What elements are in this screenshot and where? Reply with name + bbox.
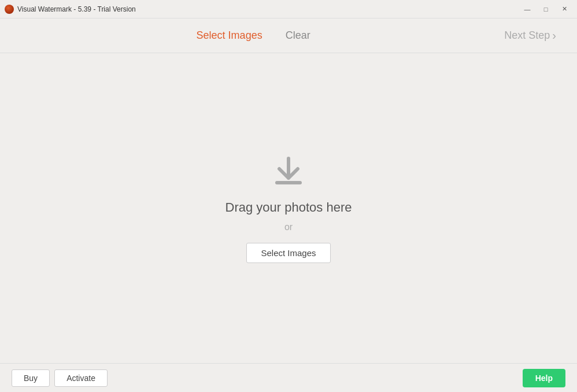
chevron-right-icon: ›	[552, 29, 556, 42]
buy-button[interactable]: Buy	[12, 369, 50, 387]
or-text: or	[284, 222, 293, 232]
title-bar: Visual Watermark - 5.39 - Trial Version …	[0, 0, 577, 19]
help-button[interactable]: Help	[523, 369, 565, 387]
app-icon	[5, 5, 14, 14]
close-button[interactable]: ✕	[556, 3, 572, 15]
footer: Buy Activate Help	[0, 363, 577, 392]
select-images-center-button[interactable]: Select Images	[246, 243, 330, 263]
clear-button[interactable]: Clear	[276, 25, 320, 46]
toolbar: Select Images Clear Next Step ›	[0, 19, 577, 53]
toolbar-left: Select Images Clear	[12, 25, 495, 46]
activate-button[interactable]: Activate	[54, 369, 108, 387]
footer-left: Buy Activate	[12, 369, 108, 387]
next-step-button[interactable]: Next Step ›	[495, 24, 565, 47]
maximize-button[interactable]: □	[538, 3, 554, 15]
app-title: Visual Watermark - 5.39 - Trial Version	[17, 5, 136, 13]
minimize-button[interactable]: —	[519, 3, 535, 15]
drop-arrow-icon	[271, 154, 306, 191]
title-bar-left: Visual Watermark - 5.39 - Trial Version	[5, 5, 136, 14]
drag-text: Drag your photos here	[225, 200, 352, 215]
main-content: Drag your photos here or Select Images	[0, 53, 577, 363]
toolbar-right: Next Step ›	[495, 24, 565, 47]
title-bar-controls: — □ ✕	[519, 3, 572, 15]
next-step-label: Next Step	[504, 29, 550, 42]
select-images-toolbar-button[interactable]: Select Images	[187, 25, 272, 46]
